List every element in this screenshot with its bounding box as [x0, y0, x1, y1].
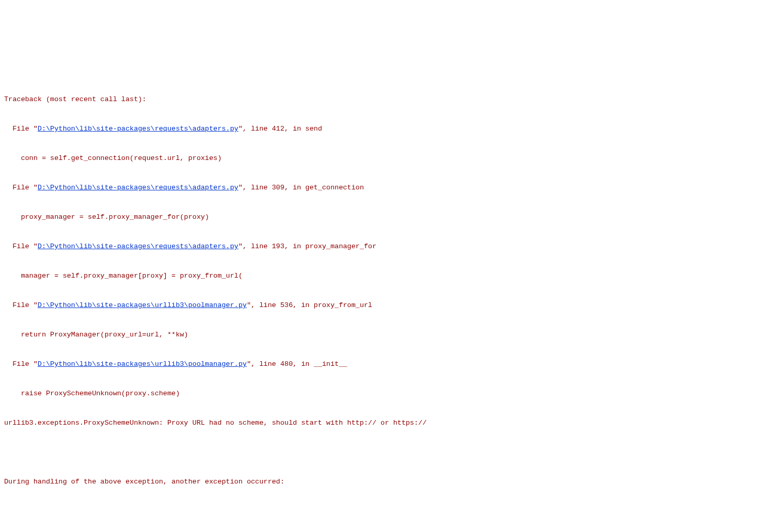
- line-no: 536: [280, 301, 293, 309]
- traceback-header: Traceback (most recent call last):: [4, 92, 770, 107]
- code-line: proxy_manager = self.proxy_manager_for(p…: [4, 210, 770, 225]
- stack-frame: File "D:\Python\lib\site-packages\reques…: [4, 239, 770, 254]
- code-line: raise ProxySchemeUnknown(proxy.scheme): [4, 386, 770, 401]
- func-name: proxy_manager_for: [305, 243, 376, 250]
- code-line: manager = self.proxy_manager[proxy] = pr…: [4, 269, 770, 284]
- line-no: 412: [272, 125, 285, 133]
- console-output: Traceback (most recent call last): File …: [4, 63, 770, 532]
- code-line: conn = self.get_connection(request.url, …: [4, 151, 770, 166]
- line-no: 309: [272, 184, 285, 191]
- file-link[interactable]: D:\Python\lib\site-packages\urllib3\pool…: [38, 360, 247, 368]
- file-link[interactable]: D:\Python\lib\site-packages\urllib3\pool…: [38, 301, 247, 309]
- stack-frame: File "D:\Python\lib\site-packages\reques…: [4, 181, 770, 196]
- line-no: 480: [280, 360, 293, 368]
- stack-frame: File "D:\Python\lib\site-packages\urllib…: [4, 357, 770, 372]
- blank-line: [4, 504, 770, 519]
- exception-msg: urllib3.exceptions.ProxySchemeUnknown: P…: [4, 416, 770, 431]
- chain-msg: During handling of the above exception, …: [4, 475, 770, 490]
- func-name: proxy_from_url: [314, 301, 372, 309]
- line-no: 193: [272, 243, 285, 250]
- file-link[interactable]: D:\Python\lib\site-packages\requests\ada…: [38, 125, 239, 133]
- func-name: send: [305, 125, 322, 133]
- func-name: get_connection: [305, 184, 364, 191]
- file-link[interactable]: D:\Python\lib\site-packages\requests\ada…: [38, 184, 239, 191]
- stack-frame: File "D:\Python\lib\site-packages\urllib…: [4, 298, 770, 313]
- func-name: __init__: [314, 360, 347, 368]
- blank-line: [4, 445, 770, 460]
- stack-frame: File "D:\Python\lib\site-packages\reques…: [4, 122, 770, 137]
- code-line: return ProxyManager(proxy_url=url, **kw): [4, 328, 770, 343]
- file-link[interactable]: D:\Python\lib\site-packages\requests\ada…: [38, 243, 239, 250]
